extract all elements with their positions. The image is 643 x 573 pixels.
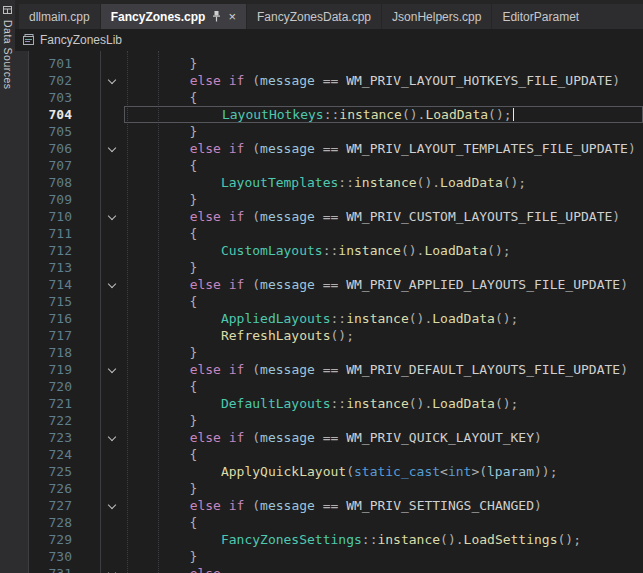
fold-margin[interactable] xyxy=(100,412,124,429)
line-number[interactable]: 723 xyxy=(30,429,78,446)
code-line[interactable]: 724 { xyxy=(15,446,643,463)
code-line[interactable]: 710 else if (message == WM_PRIV_CUSTOM_L… xyxy=(15,208,643,225)
code-line[interactable]: 711 { xyxy=(15,225,643,242)
fold-margin[interactable] xyxy=(100,310,124,327)
code-line[interactable]: 709 } xyxy=(15,191,643,208)
fold-margin[interactable] xyxy=(100,429,124,446)
fold-margin[interactable] xyxy=(100,395,124,412)
fold-margin[interactable] xyxy=(100,174,124,191)
chevron-down-icon[interactable] xyxy=(108,75,116,83)
line-number[interactable]: 709 xyxy=(30,191,78,208)
fold-margin[interactable] xyxy=(100,242,124,259)
line-number[interactable]: 721 xyxy=(30,395,78,412)
line-number[interactable]: 725 xyxy=(30,463,78,480)
code-line[interactable]: 731 else xyxy=(15,565,643,573)
fold-margin[interactable] xyxy=(100,55,124,72)
code-line[interactable]: 712 CustomLayouts::instance().LoadData()… xyxy=(15,242,643,259)
line-number[interactable]: 714 xyxy=(30,276,78,293)
code-line[interactable]: 726 } xyxy=(15,480,643,497)
code-line[interactable]: 715 { xyxy=(15,293,643,310)
line-number[interactable]: 727 xyxy=(30,497,78,514)
line-number[interactable]: 710 xyxy=(30,208,78,225)
code-line[interactable]: 714 else if (message == WM_PRIV_APPLIED_… xyxy=(15,276,643,293)
fold-margin[interactable] xyxy=(100,106,124,123)
fold-margin[interactable] xyxy=(100,327,124,344)
chevron-down-icon[interactable] xyxy=(108,432,116,440)
code-editor[interactable]: 701 }702 else if (message == WM_PRIV_LAY… xyxy=(15,51,643,573)
line-number[interactable]: 718 xyxy=(30,344,78,361)
fold-margin[interactable] xyxy=(100,123,124,140)
fold-margin[interactable] xyxy=(100,480,124,497)
fold-margin[interactable] xyxy=(100,89,124,106)
code-line[interactable]: 723 else if (message == WM_PRIV_QUICK_LA… xyxy=(15,429,643,446)
tab-fancyzones-cpp[interactable]: FancyZones.cpp × xyxy=(101,4,246,29)
chevron-down-icon[interactable] xyxy=(108,500,116,508)
fold-margin[interactable] xyxy=(100,276,124,293)
code-line[interactable]: 701 } xyxy=(15,55,643,72)
line-number[interactable]: 711 xyxy=(30,225,78,242)
code-line[interactable]: 719 else if (message == WM_PRIV_DEFAULT_… xyxy=(15,361,643,378)
fold-margin[interactable] xyxy=(100,293,124,310)
code-line[interactable]: 725 ApplyQuickLayout(static_cast<int>(lp… xyxy=(15,463,643,480)
fold-margin[interactable] xyxy=(100,157,124,174)
fold-margin[interactable] xyxy=(100,361,124,378)
chevron-down-icon[interactable] xyxy=(108,211,116,219)
line-number[interactable]: 715 xyxy=(30,293,78,310)
line-number[interactable]: 703 xyxy=(30,89,78,106)
code-line[interactable]: 713 } xyxy=(15,259,643,276)
line-number[interactable]: 719 xyxy=(30,361,78,378)
line-number[interactable]: 730 xyxy=(30,548,78,565)
fold-margin[interactable] xyxy=(100,548,124,565)
line-number[interactable]: 713 xyxy=(30,259,78,276)
breadcrumb[interactable]: FancyZonesLib xyxy=(15,29,643,51)
fold-margin[interactable] xyxy=(100,140,124,157)
pin-icon[interactable] xyxy=(212,11,221,22)
chevron-down-icon[interactable] xyxy=(108,568,116,573)
fold-margin[interactable] xyxy=(100,463,124,480)
fold-margin[interactable] xyxy=(100,514,124,531)
code-line[interactable]: 722 } xyxy=(15,412,643,429)
code-line[interactable]: 706 else if (message == WM_PRIV_LAYOUT_T… xyxy=(15,140,643,157)
line-number[interactable]: 702 xyxy=(30,72,78,89)
sidebar-tab-data-sources[interactable]: Data Sources xyxy=(2,20,14,90)
line-number[interactable]: 712 xyxy=(30,242,78,259)
fold-margin[interactable] xyxy=(100,531,124,548)
chevron-down-icon[interactable] xyxy=(108,364,116,372)
line-number[interactable]: 729 xyxy=(30,531,78,548)
code-line[interactable]: 728 { xyxy=(15,514,643,531)
line-number[interactable]: 706 xyxy=(30,140,78,157)
code-line[interactable]: 718 } xyxy=(15,344,643,361)
code-line[interactable]: 721 DefaultLayouts::instance().LoadData(… xyxy=(15,395,643,412)
code-line[interactable]: 729 FancyZonesSettings::instance().LoadS… xyxy=(15,531,643,548)
chevron-down-icon[interactable] xyxy=(108,143,116,151)
code-line[interactable]: 720 { xyxy=(15,378,643,395)
tab-fancyzonesdata-cpp[interactable]: FancyZonesData.cpp xyxy=(247,4,381,29)
fold-margin[interactable] xyxy=(100,208,124,225)
line-number[interactable]: 726 xyxy=(30,480,78,497)
chevron-down-icon[interactable] xyxy=(108,279,116,287)
line-number[interactable]: 704 xyxy=(30,106,78,123)
code-line[interactable]: 702 else if (message == WM_PRIV_LAYOUT_H… xyxy=(15,72,643,89)
fold-margin[interactable] xyxy=(100,191,124,208)
line-number[interactable]: 724 xyxy=(30,446,78,463)
code-line[interactable]: 704 LayoutHotkeys::instance().LoadData()… xyxy=(15,106,643,123)
code-line[interactable]: 703 { xyxy=(15,89,643,106)
tab-dllmain-cpp[interactable]: dllmain.cpp xyxy=(19,4,100,29)
line-number[interactable]: 722 xyxy=(30,412,78,429)
code-line[interactable]: 730 } xyxy=(15,548,643,565)
fold-margin[interactable] xyxy=(100,497,124,514)
fold-margin[interactable] xyxy=(100,446,124,463)
line-number[interactable]: 701 xyxy=(30,55,78,72)
code-line[interactable]: 727 else if (message == WM_PRIV_SETTINGS… xyxy=(15,497,643,514)
tab-jsonhelpers-cpp[interactable]: JsonHelpers.cpp xyxy=(382,4,491,29)
line-number[interactable]: 728 xyxy=(30,514,78,531)
line-number[interactable]: 707 xyxy=(30,157,78,174)
fold-margin[interactable] xyxy=(100,72,124,89)
close-icon[interactable]: × xyxy=(228,10,236,23)
line-number[interactable]: 731 xyxy=(30,565,78,573)
line-number[interactable]: 720 xyxy=(30,378,78,395)
line-number[interactable]: 708 xyxy=(30,174,78,191)
code-line[interactable]: 707 { xyxy=(15,157,643,174)
fold-margin[interactable] xyxy=(100,225,124,242)
fold-margin[interactable] xyxy=(100,378,124,395)
